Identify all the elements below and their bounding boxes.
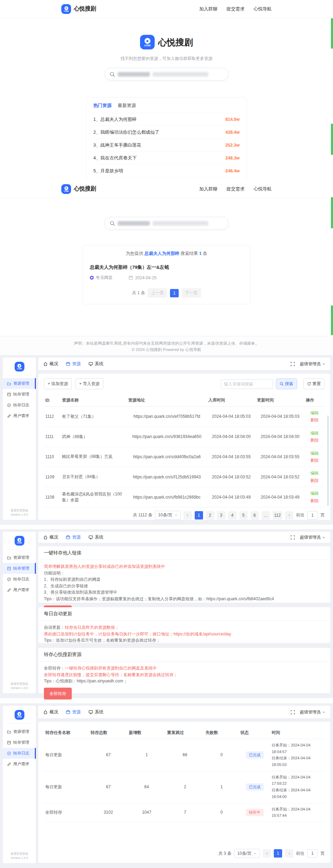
tab-latest-resources[interactable]: 最新资源 — [118, 102, 136, 109]
scrollbar-thumb[interactable] — [331, 124, 333, 155]
next-page-button[interactable] — [285, 849, 293, 858]
chevron-right-icon — [288, 514, 291, 517]
goto-page-input[interactable] — [307, 511, 318, 519]
prev-page-button[interactable] — [184, 511, 192, 519]
result-item-title[interactable]: 总裁夫人为何那样（79集）左一&左铭 — [90, 264, 243, 271]
landing-hot-section: CRM 心悦搜剧 加入群聊 提交需求 心悦导航 CRM 心悦搜剧 找不到您想要的… — [0, 0, 333, 180]
sidebar-item-transfer-manage[interactable]: 转存管理 — [3, 563, 36, 574]
add-resource-button[interactable]: + 添加资源 — [44, 378, 72, 389]
fullscreen-icon[interactable] — [291, 535, 295, 540]
page-button[interactable]: 4 — [228, 511, 237, 519]
tab-system[interactable]: 系统 — [88, 534, 103, 540]
tab-system[interactable]: 系统 — [88, 361, 103, 367]
delete-link[interactable]: 删除 — [306, 437, 323, 444]
search-input[interactable] — [104, 68, 229, 80]
import-resource-button[interactable]: + 导入资源 — [75, 378, 103, 389]
tab-overview[interactable]: 概况 — [43, 534, 58, 540]
brand[interactable]: CRM 心悦搜剧 — [61, 4, 96, 14]
scrollbar-thumb[interactable] — [331, 197, 333, 228]
delete-link[interactable]: 删除 — [306, 457, 323, 464]
search-input[interactable] — [104, 217, 229, 229]
page-button[interactable]: 1 — [195, 511, 203, 519]
sidebar-item-transfer-logs[interactable]: 转存日志 — [3, 400, 36, 410]
tab-resource[interactable]: 资源 — [66, 709, 81, 715]
prev-page-button[interactable]: 上一页 — [148, 288, 167, 298]
tab-overview[interactable]: 概况 — [43, 709, 58, 715]
sidebar-item-user-requests[interactable]: 用户需求 — [3, 410, 36, 421]
edit-link[interactable]: 编辑 — [306, 409, 323, 416]
edit-link[interactable]: 编辑 — [306, 430, 323, 437]
page-button[interactable]: 112 — [273, 511, 282, 519]
tab-resource[interactable]: 资源 — [66, 361, 81, 367]
next-page-button[interactable] — [285, 511, 293, 519]
page-1-button[interactable]: 1 — [170, 289, 179, 297]
nav-submit-request[interactable]: 提交需求 — [226, 186, 245, 192]
edit-link[interactable]: 编辑 — [306, 470, 323, 477]
list-item[interactable]: 1、总裁夫人为何那样 814.0w — [93, 113, 240, 126]
edit-link[interactable]: 编辑 — [306, 450, 323, 457]
keyword-search-input[interactable] — [221, 379, 273, 389]
list-item[interactable]: 2、我瞎编功法你们怎么都成仙了 428.4w — [93, 126, 240, 139]
page-button[interactable]: 5 — [239, 511, 248, 519]
card-tips: Tips：该功能仅支持单条操作；资源标题重复的会跳过；复制他人分享的网盘链接，如… — [44, 596, 325, 602]
table-scrollbar[interactable] — [327, 415, 329, 506]
table-row: 1110 她比草莓更甜（88集）兰岚 https://pan.quark.cn/… — [44, 447, 325, 467]
transfer-all-button[interactable]: 全部转存 — [44, 688, 72, 700]
page-button[interactable]: 6 — [250, 511, 259, 519]
brand[interactable]: CRM 心悦搜剧 — [61, 184, 96, 194]
tab-resource[interactable]: 资源 — [66, 534, 81, 540]
nav-xinyue-nav[interactable]: 心悦导航 — [254, 6, 272, 12]
resource-icon — [66, 362, 70, 366]
card-line: 功能说明： — [44, 570, 325, 577]
edit-link[interactable]: 编辑 — [306, 490, 323, 497]
landing-result-section: CRM 心悦搜剧 加入群聊 提交需求 心悦导航 为您提供 总裁夫人为何那样 — [0, 180, 333, 355]
footer-disclaimer: 声明：本站是网盘索引系统,所有内容均来自互联网所提供的公开引用资源，未提供资源上… — [0, 340, 333, 346]
list-item[interactable]: 6、哈喽，季先生请您跟我结婚吧 176.9w — [93, 178, 240, 180]
search-button[interactable]: 搜索 — [276, 378, 297, 389]
view-count: 428.4w — [225, 130, 240, 135]
hero-subtitle: 找不到您想要的资源，可加入微信群获取更多资源 — [121, 56, 212, 62]
sidebar-version: 资源管理系统 Version 1.0.0 — [3, 852, 36, 861]
user-dropdown[interactable]: 超级管理员 — [300, 534, 325, 540]
reset-button[interactable]: 重置 — [303, 378, 325, 389]
sidebar-item-transfer-manage[interactable]: 转存管理 — [3, 389, 36, 400]
page-button[interactable]: 1 — [274, 849, 282, 858]
list-item[interactable]: 4、我在古代席卷天下 248.3w — [93, 152, 240, 165]
page-button[interactable]: 2 — [206, 511, 214, 519]
list-item[interactable]: 5、月是故乡明 246.4w — [93, 165, 240, 178]
sidebar-item-user-requests[interactable]: 用户需求 — [3, 759, 36, 769]
sidebar-item-resource-manage[interactable]: 资源管理 — [3, 552, 36, 563]
sidebar-item-transfer-logs[interactable]: 转存日志 — [3, 748, 36, 759]
delete-link[interactable]: 删除 — [306, 477, 323, 484]
fullscreen-icon[interactable] — [291, 362, 295, 366]
sidebar-item-transfer-manage[interactable]: 转存管理 — [3, 737, 36, 748]
nav-join-group[interactable]: 加入群聊 — [199, 6, 217, 12]
tab-system[interactable]: 系统 — [88, 709, 103, 715]
page-button[interactable]: 3 — [217, 511, 225, 519]
delete-link[interactable]: 删除 — [306, 497, 323, 504]
prev-page-button[interactable] — [263, 849, 271, 858]
table-row: 每日更新 67 1 66 0 已完成 任务开始：2024-04-04 18:04… — [44, 739, 325, 771]
fullscreen-icon[interactable] — [291, 710, 295, 714]
status-badge: 转存中 — [246, 809, 264, 816]
nav-join-group[interactable]: 加入群聊 — [199, 186, 217, 192]
user-dropdown[interactable]: 超级管理员 — [300, 361, 325, 367]
page-size-select[interactable]: 10条/页 — [155, 511, 181, 520]
next-page-button[interactable]: 下一页 — [181, 288, 201, 298]
more-pages-button[interactable]: ... — [262, 511, 270, 519]
list-item[interactable]: 3、战神王爷手撕白莲花 252.3w — [93, 139, 240, 152]
scrollbar-thumb[interactable] — [331, 305, 333, 335]
page-size-select[interactable]: 10条/页 — [234, 849, 260, 858]
nav-submit-request[interactable]: 提交需求 — [226, 6, 245, 12]
user-dropdown[interactable]: 超级管理员 — [300, 709, 325, 715]
sidebar-item-resource-manage[interactable]: 资源管理 — [3, 726, 36, 737]
sidebar-item-transfer-logs[interactable]: 转存日志 — [3, 574, 36, 585]
tab-hot-resources[interactable]: 热门资源 — [93, 102, 111, 109]
tab-overview[interactable]: 概况 — [43, 361, 58, 367]
goto-page-input[interactable] — [307, 849, 318, 858]
nav-xinyue-nav[interactable]: 心悦导航 — [254, 186, 272, 192]
sidebar-item-resource-manage[interactable]: 资源管理 — [3, 378, 36, 389]
delete-link[interactable]: 删除 — [306, 416, 323, 423]
scrollbar-thumb[interactable] — [331, 18, 333, 49]
sidebar-item-user-requests[interactable]: 用户需求 — [3, 585, 36, 595]
